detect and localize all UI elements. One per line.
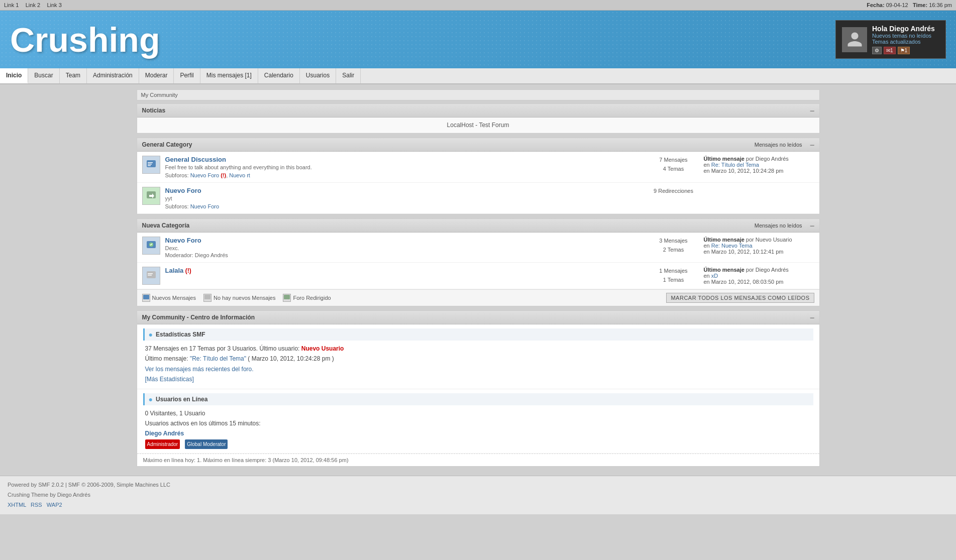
temas-general: 4 Temas [654, 165, 694, 174]
topbar-link2[interactable]: Link 2 [26, 2, 40, 8]
footer-line3: XHTML RSS WAP2 [8, 500, 948, 510]
svg-rect-8 [148, 273, 153, 274]
subforo-nuevo-foro[interactable]: Nuevo Foro [190, 172, 219, 178]
legend-nuevos-label: Nuevos Mensajes [152, 295, 196, 301]
mas-estadisticas-link[interactable]: [Más Estadísticas] [145, 376, 194, 383]
ultimo-topic-general[interactable]: Re: Título del Tema [711, 162, 759, 168]
subforo-nuevo-rt[interactable]: Nuevo rt [229, 172, 250, 178]
forum-main-lalala: Lalala (!) [165, 267, 644, 274]
stats-content: 37 Mensajes en 17 Temas por 3 Usuarios. … [143, 344, 813, 385]
stats-line1: 37 Mensajes en 17 Temas por 3 Usuarios. … [145, 345, 301, 352]
online-title-text: Usuarios en Línea [156, 396, 207, 403]
legend-nuevos: Nuevos Mensajes [142, 294, 196, 302]
active-label: Usuarios activos en los últimos 15 minut… [145, 418, 811, 428]
updated-topics-link[interactable]: Temas actualizados [872, 39, 935, 45]
forum-title-lalala[interactable]: Lalala [165, 267, 184, 274]
forum-main-nc-nuevo: Nuevo Foro Dexc. Moderador: Diego Andrés [165, 237, 644, 258]
forum-title-nuevo[interactable]: Nuevo Foro [165, 187, 201, 194]
topbar-links: Link 1 Link 2 Link 3 [4, 2, 67, 9]
nav-item-moderar[interactable]: Moderar [139, 68, 174, 83]
forum-row-general-discussion: General Discussion Feel free to talk abo… [137, 152, 819, 183]
legend-no-nuevos-icon [203, 294, 211, 302]
visitors-count: 0 Visitantes, 1 Usuario [145, 408, 811, 418]
header: Crushing Hola Diego Andrés Nuevos temas … [0, 11, 956, 68]
nav-item-salir[interactable]: Salir [336, 68, 361, 83]
footer-line2: Crushing Theme by Diego Andrés [8, 490, 948, 500]
subforo-nuevo2[interactable]: Nuevo Foro [190, 203, 219, 209]
legend-redirigido-label: Foro Redirigido [293, 295, 331, 301]
noticias-header: Noticias ‒ [137, 104, 819, 118]
mark-read-button[interactable]: MARCAR TODOS LOS MENSAJES COMO LEÍDOS [666, 293, 814, 303]
forum-title-general[interactable]: General Discussion [165, 156, 226, 163]
alert-icon-btn[interactable]: ⚑1 [898, 47, 910, 54]
temas-nc: 2 Temas [654, 246, 694, 255]
stats-line2: Último mensaje: [145, 355, 190, 362]
nueva-categoria-header: Nueva Categoría Mensajes no leídos ‒ [137, 219, 819, 233]
rss-link[interactable]: RSS [31, 502, 42, 508]
lalala-exclaim: (!) [185, 267, 191, 274]
nuevo-usuario: Nuevo Usuario [301, 345, 344, 352]
settings-icon-btn[interactable]: ⚙ [872, 47, 882, 54]
svg-rect-9 [148, 275, 152, 276]
nav-item-inicio[interactable]: Inicio [0, 68, 28, 83]
ultimo-label-lalala: Último mensaje [704, 267, 745, 273]
ultimo-msg-link[interactable]: "Re: Título del Tema" [190, 355, 246, 362]
main-content: My Community Noticias ‒ LocalHost - Test… [132, 84, 825, 476]
stats-title-text: Estadísticas SMF [156, 331, 205, 338]
fecha-value: 09-04-12 [886, 2, 908, 8]
nav-item-team[interactable]: Team [60, 68, 87, 83]
info-collapse[interactable]: ‒ [810, 313, 814, 321]
nav-item-usuarios[interactable]: Usuarios [300, 68, 336, 83]
noticias-collapse[interactable]: ‒ [810, 106, 814, 115]
general-category-title: General Category [142, 141, 192, 148]
topbar-link1[interactable]: Link 1 [4, 2, 19, 8]
forum-lastpost-general: Último mensaje por Diego Andrés en Re: T… [704, 156, 814, 174]
max-online: Máximo en línea hoy: 1. Máximo en línea … [137, 454, 819, 466]
new-topics-link[interactable]: Nuevos temas no leídos [872, 33, 935, 39]
info-header: My Community - Centro de Información ‒ [137, 311, 819, 324]
nav-item-perfil[interactable]: Perfil [174, 68, 200, 83]
nav-item-administracin[interactable]: Administración [87, 68, 139, 83]
forum-icon-nc-nuevo [142, 237, 160, 255]
legend-nuevos-icon [142, 294, 150, 302]
svg-rect-11 [204, 295, 210, 299]
noticias-title: Noticias [142, 107, 166, 114]
forum-row-lalala: Lalala (!) 1 Mensajes 1 Temas Último men… [137, 263, 819, 289]
powered-text: Powered by SMF 2.0.2 | SMF © 2006-2009, … [8, 482, 170, 488]
forum-moderador: Moderador: Diego Andrés [165, 252, 644, 258]
topbar: Link 1 Link 2 Link 3 Fecha: 09-04-12 Tim… [0, 0, 956, 11]
nueva-categoria-collapse[interactable]: ‒ [810, 221, 814, 230]
info-section: My Community - Centro de Información ‒ ●… [137, 310, 820, 467]
user-panel: Hola Diego Andrés Nuevos temas no leídos… [835, 20, 946, 59]
forum-stats-general: 7 Mensajes 4 Temas [649, 156, 699, 173]
subforos-label: Subforos: [165, 172, 190, 178]
svg-rect-10 [143, 295, 149, 299]
ultimo-label: Último mensaje [704, 156, 745, 162]
nav-item-buscar[interactable]: Buscar [28, 68, 59, 83]
nueva-categoria-section: Nueva Categoría Mensajes no leídos ‒ Nue… [137, 218, 820, 306]
forum-desc-nc-nuevo: Dexc. [165, 245, 644, 251]
forum-main-nuevo: Nuevo Foro yyt Subforos: Nuevo Foro [165, 187, 644, 209]
breadcrumb: My Community [137, 89, 820, 100]
ultimo-topic-lalala[interactable]: xD [711, 273, 718, 279]
forum-desc-nuevo: yyt [165, 195, 644, 201]
wap2-link[interactable]: WAP2 [47, 502, 62, 508]
forum-icon-redirect [142, 187, 160, 205]
nav-item-calendario[interactable]: Calendario [258, 68, 300, 83]
general-category-collapse[interactable]: ‒ [810, 141, 814, 149]
moderador-link[interactable]: Diego Andrés [195, 252, 228, 258]
forum-stats-lalala: 1 Mensajes 1 Temas [649, 267, 699, 284]
online-user-link[interactable]: Diego Andrés [145, 430, 184, 437]
topbar-link3[interactable]: Link 3 [47, 2, 61, 8]
footer-line1: Powered by SMF 2.0.2 | SMF © 2006-2009, … [8, 480, 948, 490]
forum-main-general: General Discussion Feel free to talk abo… [165, 156, 644, 178]
pm-icon-btn[interactable]: ✉1 [884, 47, 896, 54]
footer: Powered by SMF 2.0.2 | SMF © 2006-2009, … [0, 476, 956, 514]
ultimo-topic-nc[interactable]: Re: Nuevo Tema [711, 243, 753, 249]
legend-redirigido: Foro Redirigido [283, 294, 331, 302]
forum-title-nc-nuevo[interactable]: Nuevo Foro [165, 237, 201, 244]
recent-msgs-link[interactable]: Ver los mensajes más recientes del foro. [145, 366, 254, 373]
xhtml-link[interactable]: XHTML [8, 502, 26, 508]
nav-item-mis-mensajes-1[interactable]: Mis mensajes [1] [200, 68, 258, 83]
test-forum: LocalHost - Test Forum [137, 118, 819, 133]
